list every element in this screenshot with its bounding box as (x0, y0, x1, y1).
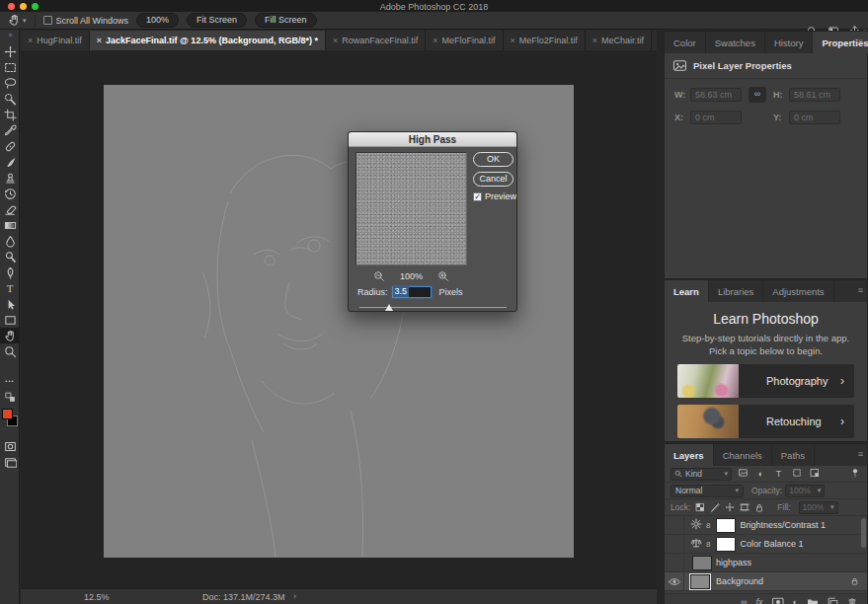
lock-position-icon[interactable] (725, 502, 735, 512)
tool-eyedropper[interactable] (0, 122, 20, 138)
layers-scrollbar[interactable] (861, 518, 866, 548)
dialog-preview-image[interactable] (355, 152, 467, 265)
cancel-button[interactable]: Cancel (473, 172, 513, 187)
document-tab-active[interactable]: ×JackFaceFinal.tif @ 12.5% (Background, … (90, 31, 326, 50)
screen-mode-button[interactable] (0, 454, 20, 470)
slider-track[interactable] (359, 307, 507, 308)
tab-libraries[interactable]: Libraries (709, 280, 763, 302)
blend-mode-select[interactable]: Normal ▾ (671, 485, 744, 497)
layer-mask-thumbnail[interactable] (716, 518, 736, 533)
tool-rectangle[interactable] (0, 312, 20, 328)
filter-toggle-icon[interactable] (848, 468, 861, 481)
radius-slider[interactable] (359, 304, 507, 314)
foreground-color-swatch[interactable] (2, 409, 13, 419)
layer-row-brightness-contrast[interactable]: 8 Brightness/Contrast 1 (665, 516, 867, 535)
filter-type-layers-icon[interactable]: T (772, 469, 785, 479)
topic-card-photography[interactable]: Photography › (677, 364, 854, 398)
tool-lasso[interactable] (0, 75, 20, 91)
filter-kind-select[interactable]: Kind ▾ (671, 468, 732, 481)
zoom-out-icon[interactable] (373, 270, 385, 282)
fit-screen-button[interactable]: Fit Screen (187, 13, 247, 28)
tool-blur[interactable] (0, 233, 20, 249)
tab-swatches[interactable]: Swatches (706, 32, 765, 53)
document-tab[interactable]: ×RowanFaceFinal.tif (326, 31, 426, 50)
ok-button[interactable]: OK (473, 152, 513, 167)
close-icon[interactable]: × (28, 36, 33, 45)
tool-spot-healing-brush[interactable] (0, 138, 20, 154)
tool-move[interactable] (0, 43, 20, 59)
layer-row-color-balance[interactable]: 8 Color Balance 1 (665, 535, 867, 554)
tool-preset-hand[interactable]: ▾ (8, 14, 27, 27)
layer-mask-thumbnail[interactable] (716, 537, 736, 552)
tab-paths[interactable]: Paths (772, 444, 815, 466)
preview-checkbox[interactable]: ✓ (473, 192, 482, 201)
tool-brush[interactable] (0, 154, 20, 170)
layer-thumbnail[interactable] (690, 574, 710, 589)
panel-menu-icon[interactable]: ≡ (858, 37, 863, 46)
tab-history[interactable]: History (765, 32, 814, 53)
filter-adjustment-layers-icon[interactable]: ◐ (754, 469, 767, 479)
tool-rectangular-marquee[interactable] (0, 59, 20, 75)
visibility-toggle[interactable] (665, 516, 684, 535)
layer-name[interactable]: Color Balance 1 (740, 539, 803, 549)
status-zoom-level[interactable]: 12.5% (84, 592, 110, 602)
tool-dodge[interactable] (0, 249, 20, 264)
dialog-title[interactable]: High Pass (349, 132, 516, 147)
panel-menu-icon[interactable]: ≡ (858, 449, 863, 459)
link-layers-icon[interactable]: ∞ (741, 597, 747, 604)
layer-name[interactable]: highpass (716, 558, 751, 567)
close-icon[interactable]: × (592, 36, 597, 45)
close-icon[interactable]: × (433, 36, 437, 45)
status-doc-size[interactable]: Doc: 137.1M/274.3M (202, 592, 285, 602)
edit-toolbar-button[interactable]: ••• (0, 373, 20, 389)
visibility-toggle[interactable] (665, 554, 684, 572)
filter-shape-layers-icon[interactable] (790, 468, 803, 480)
document-tab[interactable]: ×MeChair.tif (586, 31, 652, 50)
fill-screen-button[interactable]: Fill Screen (255, 13, 317, 28)
tool-history-brush[interactable] (0, 186, 20, 201)
default-colors-icon[interactable] (0, 389, 20, 405)
new-layer-icon[interactable] (828, 597, 838, 604)
document-tab[interactable]: ×MeFloFinal.tif (426, 31, 503, 50)
topic-card-retouching[interactable]: Retouching › (677, 405, 854, 438)
zoom-in-icon[interactable] (437, 270, 449, 282)
document-tab[interactable]: ×JackChairFinal.tif (652, 31, 657, 50)
delete-layer-icon[interactable] (847, 597, 857, 604)
tool-crop[interactable] (0, 107, 20, 122)
tool-quick-selection[interactable] (0, 91, 20, 107)
lock-transparency-icon[interactable] (695, 502, 705, 512)
close-icon[interactable]: × (511, 36, 515, 45)
lock-pixels-icon[interactable] (710, 502, 720, 512)
panel-menu-icon[interactable]: ≡ (858, 285, 863, 295)
tab-learn[interactable]: Learn (665, 280, 709, 302)
tool-type[interactable]: T (0, 280, 20, 296)
tool-zoom[interactable] (0, 343, 20, 359)
layer-name[interactable]: Background (716, 576, 763, 586)
scroll-all-windows-checkbox[interactable] (43, 16, 52, 25)
filter-pixel-layers-icon[interactable] (737, 468, 750, 480)
lock-artboard-icon[interactable] (740, 502, 750, 512)
add-mask-icon[interactable] (772, 597, 784, 604)
close-icon[interactable]: × (97, 36, 102, 45)
tool-eraser[interactable] (0, 201, 20, 217)
adjustment-layer-icon[interactable]: ◐ (793, 597, 798, 604)
layer-row-highpass[interactable]: highpass (665, 554, 867, 572)
tab-layers[interactable]: Layers (665, 444, 714, 466)
tab-adjustments[interactable]: Adjustments (763, 280, 833, 302)
expand-tools-icon[interactable]: » (0, 32, 20, 38)
tab-color[interactable]: Color (665, 32, 706, 53)
tool-gradient[interactable] (0, 217, 20, 233)
tool-clone-stamp[interactable] (0, 170, 20, 186)
layer-name[interactable]: Brightness/Contrast 1 (740, 520, 826, 530)
layer-thumbnail[interactable] (692, 556, 712, 570)
layer-style-icon[interactable]: fx (756, 597, 763, 604)
visibility-toggle[interactable] (665, 572, 684, 591)
tab-channels[interactable]: Channels (714, 444, 772, 466)
tool-path-selection[interactable] (0, 296, 20, 312)
layer-row-background[interactable]: Background (665, 572, 867, 591)
radius-input[interactable]: 3.5 (392, 286, 432, 298)
link-dimensions-icon[interactable]: ∞ (749, 87, 766, 103)
tool-hand[interactable] (0, 328, 20, 343)
filter-smart-objects-icon[interactable] (808, 468, 821, 480)
document-tab[interactable]: ×HugFinal.tif (21, 31, 90, 50)
